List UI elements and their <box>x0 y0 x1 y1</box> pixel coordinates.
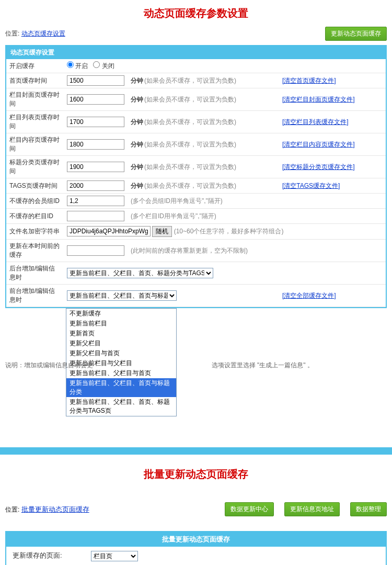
page-type-label: 更新缓存的页面: <box>13 551 91 561</box>
location-link-2[interactable]: 批量更新动态页面缓存 <box>21 505 89 513</box>
frontend-select[interactable]: 更新当前栏目、父栏目、首页与标题分类 <box>67 290 177 301</box>
update-cache-button[interactable]: 更新动态页面缓存 <box>325 27 387 41</box>
frontend-label: 前台增加/编辑信息时 <box>6 285 64 307</box>
clear-home-link[interactable]: [清空首页缓存文件] <box>282 77 336 84</box>
enable-label: 开启缓存 <box>6 59 64 73</box>
enc-hint: (10~60个任意字符，最好多种字符组合) <box>174 228 284 235</box>
enable-on-radio[interactable]: 开启 <box>67 62 88 70</box>
dropdown-option[interactable]: 更新当前栏目 <box>66 319 176 329</box>
clear-tags-link[interactable]: [清空TAGS缓存文件] <box>282 182 340 189</box>
data-center-button[interactable]: 数据更新中心 <box>225 502 274 516</box>
clear-cover-link[interactable]: [清空栏目封面页缓存文件] <box>282 96 355 103</box>
colid-hint: (多个栏目ID用半角逗号","隔开) <box>131 212 216 220</box>
home-time-input[interactable] <box>67 75 124 86</box>
tags-time-input[interactable] <box>67 180 124 191</box>
dropdown-option[interactable]: 更新当前栏目、父栏目、首页、标题分类与TAGS页 <box>66 397 176 416</box>
batch-panel-title: 批量更新动态页面缓存 <box>6 532 386 547</box>
page-title-2: 批量更新动态页面缓存 <box>0 455 392 502</box>
enable-off-radio[interactable]: 关闭 <box>93 62 114 70</box>
data-cleanup-button[interactable]: 数据整理 <box>350 502 387 516</box>
settings-panel-title: 动态页缓存设置 <box>6 46 386 59</box>
cover-hint: (如果会员不缓存，可设置为负数) <box>144 96 236 103</box>
tag-time-input[interactable] <box>67 162 124 172</box>
content-time-label: 栏目内容页缓存时间 <box>6 133 64 156</box>
unit-tag: 分钟 <box>131 163 143 171</box>
note-prefix: 说明：增加或编辑信息自动会更 <box>5 361 93 369</box>
groupid-label: 不缓存的会员组ID <box>6 194 64 209</box>
unit-cover: 分钟 <box>131 96 143 103</box>
home-hint: (如果会员不缓存，可设置为负数) <box>144 77 236 84</box>
home-time-label: 首页缓存时间 <box>6 73 64 88</box>
cover-time-input[interactable] <box>67 94 124 105</box>
backend-select[interactable]: 更新当前栏目、父栏目、首页、标题分类与TAGS页 <box>67 268 213 278</box>
groupid-hint: (多个会员组ID用半角逗号","隔开) <box>131 197 223 205</box>
tag-hint: (如果会员不缓存，可设置为负数) <box>144 163 236 171</box>
location-link-1[interactable]: 动态页缓存设置 <box>21 30 65 37</box>
tag-time-label: 标题分类页缓存时间 <box>6 156 64 178</box>
content-hint: (如果会员不缓存，可设置为负数) <box>144 141 236 148</box>
enc-label: 文件名加密字符串 <box>6 224 64 240</box>
colid-input[interactable] <box>67 211 124 221</box>
unit-content: 分钟 <box>131 141 143 148</box>
unit-tags: 分钟 <box>131 182 143 189</box>
random-button[interactable]: 随机 <box>152 226 172 237</box>
content-time-input[interactable] <box>67 139 124 150</box>
clear-all-link[interactable]: [清空全部缓存文件] <box>282 292 336 299</box>
colid-label: 不缓存的栏目ID <box>6 209 64 224</box>
groupid-input[interactable] <box>67 196 124 206</box>
list-time-label: 栏目列表页缓存时间 <box>6 111 64 133</box>
page-title-1: 动态页面缓存参数设置 <box>0 0 392 25</box>
clear-tag-link[interactable]: [清空标题分类页缓存文件] <box>282 163 355 171</box>
before-hint: (此时间前的缓存将重新更新，空为不限制) <box>131 247 248 254</box>
list-hint: (如果会员不缓存，可设置为负数) <box>144 118 236 126</box>
page-type-select[interactable]: 栏目页 <box>91 551 138 561</box>
dropdown-option[interactable]: 更新父栏目 <box>66 338 176 348</box>
note-suffix: 选项设置里选择 "生成上一篇信息" 。 <box>212 361 314 369</box>
dropdown-option[interactable]: 更新当前栏目、父栏目、首页与标题分类 <box>66 378 176 397</box>
section-divider <box>0 447 392 455</box>
settings-panel: 动态页缓存设置 开启缓存 开启 关闭 首页缓存时间 分钟(如果会员不缓存，可设置… <box>5 45 387 308</box>
before-label: 更新在本时间前的缓存 <box>6 240 64 262</box>
backend-label: 后台增加/编辑信息时 <box>6 262 64 285</box>
before-input[interactable] <box>67 245 124 256</box>
batch-panel: 批量更新动态页面缓存 更新缓存的页面: 栏目页 选择更新缓存范围: 更新所有缓存… <box>5 531 387 565</box>
dropdown-option[interactable]: 不更新缓存 <box>66 309 176 319</box>
dropdown-option[interactable]: 更新首页 <box>66 329 176 338</box>
tags-time-label: TAGS页缓存时间 <box>6 178 64 194</box>
cover-time-label: 栏目封面页缓存时间 <box>6 88 64 111</box>
enc-input[interactable] <box>67 226 151 236</box>
location-label-1: 位置: <box>5 30 19 37</box>
location-label-2: 位置: <box>5 506 19 513</box>
unit-list: 分钟 <box>131 118 143 126</box>
list-time-input[interactable] <box>67 117 124 127</box>
clear-list-link[interactable]: [清空栏目列表缓存文件] <box>282 118 349 126</box>
unit-home: 分钟 <box>131 77 143 84</box>
update-info-url-button[interactable]: 更新信息页地址 <box>284 502 340 516</box>
clear-content-link[interactable]: [清空栏目内容页缓存文件] <box>282 141 355 148</box>
dropdown-option[interactable]: 更新父栏目与首页 <box>66 348 176 358</box>
tags-hint: (如果会员不缓存，可设置为负数) <box>144 182 236 189</box>
